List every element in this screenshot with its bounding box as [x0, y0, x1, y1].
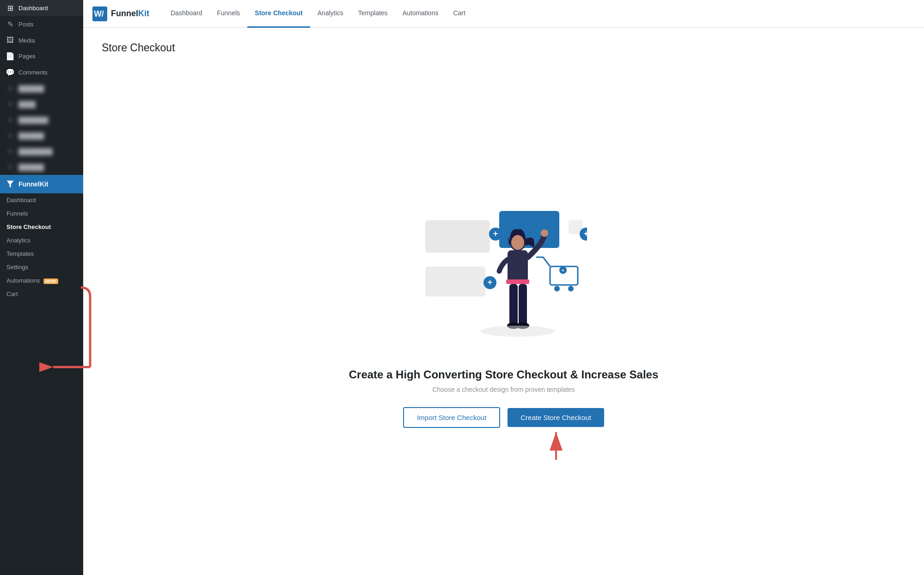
create-arrow-icon — [545, 425, 568, 462]
posts-icon: ✎ — [6, 20, 15, 29]
funnelkit-header-label: FunnelKit — [18, 180, 49, 188]
svg-point-20 — [541, 229, 548, 237]
sidebar-item-fk-cart[interactable]: Cart — [0, 287, 83, 301]
sidebar-item-label: Posts — [18, 21, 34, 28]
sidebar-item-blurred-3: ▪ ███████ — [0, 112, 83, 128]
funnelkit-header[interactable]: FunnelKit — [0, 175, 83, 193]
svg-point-25 — [481, 326, 555, 337]
nav-link-funnels[interactable]: Funnels — [210, 0, 248, 28]
logo-area: W/ FunnelKit — [92, 6, 149, 21]
sidebar-item-fk-analytics[interactable]: Analytics — [0, 234, 83, 247]
funnelkit-nav-logo-icon: W/ — [92, 6, 107, 21]
svg-text:+: + — [493, 229, 498, 238]
sidebar-item-pages[interactable]: 📄 Pages — [0, 48, 83, 64]
dashboard-icon: ⊞ — [6, 4, 15, 12]
create-store-checkout-button[interactable]: Create Store Checkout — [508, 408, 604, 427]
hero-actions-container: Import Store Checkout Create Store Check… — [403, 407, 604, 428]
sidebar-item-fk-store-checkout[interactable]: Store Checkout — [0, 220, 83, 234]
hero-illustration: + + + + — [421, 206, 587, 354]
funnelkit-logo-icon — [6, 179, 15, 189]
sidebar-item-comments[interactable]: 💬 Comments — [0, 64, 83, 80]
sidebar-item-fk-funnels[interactable]: Funnels — [0, 207, 83, 220]
sidebar-item-label: Dashboard — [18, 5, 48, 12]
sidebar-item-label: Comments — [18, 69, 48, 76]
sidebar-item-fk-dashboard[interactable]: Dashboard — [0, 193, 83, 207]
create-button-arrow-container — [545, 425, 568, 464]
sidebar-item-dashboard[interactable]: ⊞ Dashboard — [0, 0, 83, 16]
import-store-checkout-button[interactable]: Import Store Checkout — [403, 407, 500, 428]
svg-text:+: + — [562, 268, 564, 273]
svg-point-14 — [568, 286, 574, 291]
sidebar-item-blurred-2: ▪ ████ — [0, 96, 83, 112]
nav-link-dashboard[interactable]: Dashboard — [163, 0, 210, 28]
logo-text: FunnelKit — [111, 9, 149, 19]
svg-text:W/: W/ — [94, 9, 104, 19]
nav-link-cart[interactable]: Cart — [446, 0, 472, 28]
sidebar: ⊞ Dashboard ✎ Posts 🖼 Media 📄 Pages 💬 Co… — [0, 0, 83, 575]
svg-point-13 — [554, 286, 560, 291]
nav-link-automations[interactable]: Automations — [395, 0, 446, 28]
nav-link-analytics[interactable]: Analytics — [310, 0, 351, 28]
sidebar-item-label: Media — [18, 37, 35, 44]
sidebar-item-blurred-5: ▪ ████████ — [0, 143, 83, 159]
nav-link-templates[interactable]: Templates — [351, 0, 395, 28]
svg-rect-19 — [506, 279, 529, 284]
create-button-wrapper: Create Store Checkout — [508, 408, 604, 427]
pages-icon: 📄 — [6, 52, 15, 61]
sidebar-item-media[interactable]: 🖼 Media — [0, 32, 83, 48]
svg-text:+: + — [487, 278, 492, 287]
sidebar-item-fk-settings[interactable]: Settings — [0, 260, 83, 274]
illustration-wrapper: + + + + — [421, 206, 587, 354]
sidebar-item-fk-templates[interactable]: Templates — [0, 247, 83, 260]
svg-rect-21 — [509, 284, 518, 326]
sidebar-item-blurred-1: ▪ ██████ — [0, 80, 83, 96]
sidebar-item-blurred-6: ▪ ██████ — [0, 159, 83, 175]
media-icon: 🖼 — [6, 36, 15, 44]
top-nav: W/ FunnelKit Dashboard Funnels Store Che… — [83, 0, 924, 28]
sidebar-item-label: Pages — [18, 53, 36, 60]
svg-rect-18 — [508, 250, 528, 283]
svg-text:+: + — [583, 229, 587, 238]
funnelkit-sub-items: Dashboard Funnels Store Checkout Analyti… — [0, 193, 83, 301]
svg-rect-9 — [425, 266, 485, 297]
sidebar-item-fk-automations[interactable]: Automations NEW! — [0, 274, 83, 287]
new-badge: NEW! — [43, 278, 58, 284]
svg-point-26 — [511, 235, 524, 250]
svg-rect-2 — [425, 220, 490, 253]
hero-buttons: Import Store Checkout Create Store Check… — [403, 407, 604, 428]
hero-title: Create a High Converting Store Checkout … — [349, 368, 659, 381]
page-title: Store Checkout — [102, 42, 906, 54]
sidebar-item-blurred-4: ▪ ██████ — [0, 128, 83, 143]
sidebar-item-posts[interactable]: ✎ Posts — [0, 16, 83, 32]
funnelkit-section: FunnelKit — [0, 175, 83, 193]
comments-icon: 💬 — [6, 68, 15, 77]
nav-link-store-checkout[interactable]: Store Checkout — [247, 0, 310, 28]
hero-section: + + + + — [102, 73, 906, 561]
nav-links: Dashboard Funnels Store Checkout Analyti… — [163, 0, 473, 28]
main-content: W/ FunnelKit Dashboard Funnels Store Che… — [83, 0, 924, 575]
hero-subtitle: Choose a checkout design from proven tem… — [432, 386, 575, 393]
page-content: Store Checkout + + — [83, 28, 924, 575]
svg-rect-22 — [519, 284, 527, 326]
